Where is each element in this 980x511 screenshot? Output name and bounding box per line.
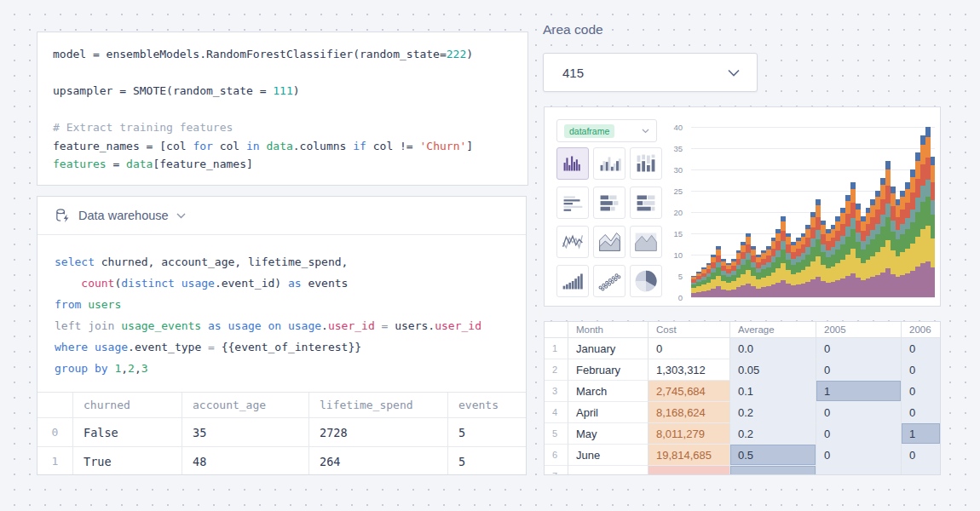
code-token <box>88 341 95 353</box>
chart-type-bar-grouped-icon[interactable] <box>593 147 625 180</box>
y-axis-label: 0 <box>655 293 683 302</box>
code-token <box>81 298 88 311</box>
table-cell: 3 <box>545 381 568 402</box>
area-code-select[interactable]: 415 <box>543 53 758 92</box>
chart-type-histogram-icon[interactable] <box>556 265 589 297</box>
table-cell: 1 <box>816 381 902 402</box>
table-cell: 8,011,279 <box>649 423 730 445</box>
bar <box>931 157 936 297</box>
column-header: Month <box>568 322 649 338</box>
column-header: events <box>448 393 526 418</box>
code-line: select churned, account_age, lifetime_sp… <box>55 251 509 273</box>
area-code-label: Area code <box>543 22 603 37</box>
bar-segment <box>885 169 891 186</box>
python-code-cell[interactable]: model = ensembleModels.RandomForestClass… <box>37 32 528 186</box>
code-token: .event_id) <box>215 277 288 290</box>
table-cell: 1 <box>545 338 568 359</box>
bar-segment <box>931 267 936 297</box>
sql-cell: Data warehouse select churned, account_a… <box>37 196 527 475</box>
table-cell: 0 <box>902 338 940 359</box>
code-line: where usage.event_type = {{event_of_inte… <box>55 336 509 358</box>
chart-type-line-icon[interactable] <box>556 226 589 258</box>
code-token: 2 <box>128 362 135 375</box>
sql-result-table: churnedaccount_agelifetime_spendevents0F… <box>37 392 526 475</box>
chart-type-scatter-icon[interactable] <box>593 265 625 297</box>
code-line: feature_names = [col for col in data.col… <box>53 137 512 156</box>
bar-segment <box>746 237 751 244</box>
table-cell <box>649 466 730 475</box>
bar-segment <box>931 165 936 182</box>
bar-segment <box>931 157 936 165</box>
data-warehouse-icon <box>55 208 71 224</box>
chart-type-bar-icon[interactable] <box>556 147 589 180</box>
sql-code-editor[interactable]: select churned, account_age, lifetime_sp… <box>37 235 526 379</box>
notebook-canvas: model = ensembleModels.RandomForestClass… <box>0 0 980 511</box>
table-cell: 1 <box>37 447 73 475</box>
code-token: users <box>88 298 121 311</box>
bars-container <box>691 127 935 297</box>
code-line: group by 1,2,3 <box>55 358 509 379</box>
table-cell: 0 <box>902 359 940 381</box>
code-token: = <box>208 341 215 353</box>
code-token: ] <box>466 140 473 152</box>
table-cell: 264 <box>309 447 448 475</box>
table-cell: 0 <box>816 445 902 466</box>
y-axis-label: 10 <box>655 250 683 260</box>
code-line <box>53 64 512 83</box>
bar-segment <box>925 137 931 158</box>
chart-type-area-stacked-icon[interactable] <box>593 226 625 258</box>
code-token <box>55 277 81 290</box>
code-token: 222 <box>447 48 466 60</box>
table-row: 7 <box>545 466 940 475</box>
code-token: col <box>213 140 246 152</box>
code-token: user_id <box>328 319 375 332</box>
sql-source-dropdown[interactable]: Data warehouse <box>37 197 526 235</box>
table-cell: 0 <box>37 418 73 447</box>
table-row: 0False3527285 <box>37 418 526 447</box>
table-cell: 0.5 <box>730 445 816 466</box>
bar-segment <box>816 199 821 205</box>
table-cell: 0.2 <box>730 402 816 423</box>
code-token: upsampler = SMOTE(random_state = <box>53 84 273 97</box>
code-token: as <box>208 319 222 332</box>
table-cell: 0 <box>649 338 730 359</box>
code-token: if <box>353 140 366 152</box>
table-cell: 5 <box>448 418 526 447</box>
y-axis-label: 40 <box>655 123 683 132</box>
y-axis-label: 20 <box>655 208 683 217</box>
code-token: group by <box>55 362 108 375</box>
code-token <box>281 319 288 332</box>
dataframe-select[interactable]: dataframe <box>556 119 657 142</box>
code-token: {{event_of_interest}} <box>215 341 361 353</box>
code-line: count(distinct usage.event_id) as events <box>55 273 509 294</box>
code-token: . <box>321 319 328 332</box>
chart-type-bar-horizontal-stacked-icon[interactable] <box>593 187 625 219</box>
code-token: features <box>53 158 107 170</box>
code-token: 3 <box>141 362 148 375</box>
results-table-cell[interactable]: MonthCostAverage200520061January00.0002F… <box>544 321 941 475</box>
code-token: 111 <box>273 84 292 97</box>
table-cell: 2728 <box>309 418 448 447</box>
table-row: 3March2,745,6840.110 <box>545 381 940 402</box>
code-token: = <box>107 158 126 170</box>
table-cell: 1 <box>902 423 940 445</box>
table-cell: 0 <box>816 423 902 445</box>
table-cell: 19,814,685 <box>649 445 730 466</box>
code-token: usage <box>228 319 262 332</box>
code-token: # Extract training features <box>53 121 233 134</box>
code-line: from users <box>55 294 509 315</box>
code-token: select <box>55 256 95 268</box>
code-token: distinct <box>121 277 175 290</box>
table-cell: 8,168,624 <box>649 402 730 423</box>
column-header: Cost <box>649 322 730 338</box>
code-token: usage <box>288 319 321 332</box>
table-cell: 0.1 <box>730 381 816 402</box>
chart-type-bar-horizontal-icon[interactable] <box>556 187 589 219</box>
chart-cell: dataframe <box>544 106 941 307</box>
table-cell: 1,303,312 <box>649 359 730 381</box>
table-row: 1January00.000 <box>545 338 940 359</box>
code-token: model = ensembleModels.RandomForestClass… <box>53 48 447 60</box>
code-token: as <box>288 277 302 290</box>
code-token: , <box>121 362 128 375</box>
table-header-row: MonthCostAverage20052006 <box>545 322 940 338</box>
